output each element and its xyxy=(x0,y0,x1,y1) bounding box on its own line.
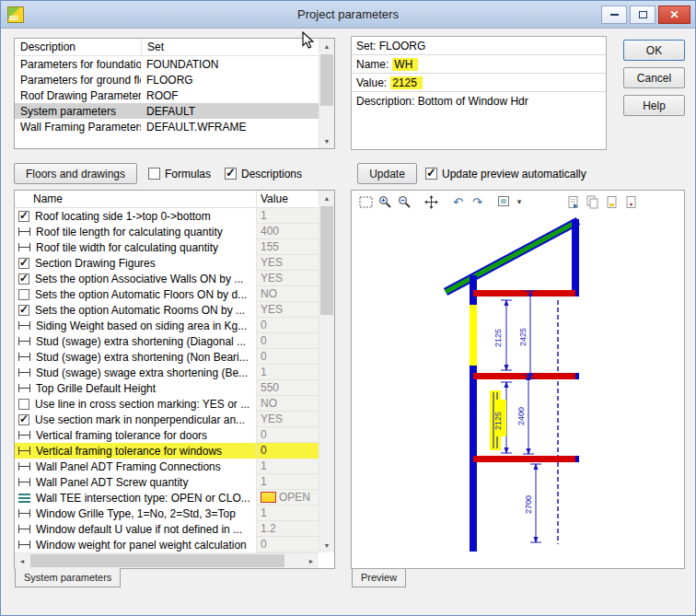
param-value[interactable]: 0 xyxy=(256,427,319,443)
undo-icon[interactable]: ↶ xyxy=(448,192,468,211)
parameter-row[interactable]: Vertical framing tolerance for doors 0 xyxy=(15,427,319,443)
parameter-row[interactable]: Roof tile length for calculating quantit… xyxy=(15,224,319,239)
parameter-row[interactable]: Use line in cross section marking: YES o… xyxy=(15,396,319,412)
scrollbar-thumb[interactable] xyxy=(30,554,284,567)
param-value[interactable]: 1 xyxy=(256,208,319,224)
param-value[interactable]: YES xyxy=(256,302,319,318)
descriptions-checkbox[interactable]: Descriptions xyxy=(225,163,302,184)
parameter-row[interactable]: Window Grille Type, 1=No, 2=Std, 3=Top 1 xyxy=(15,506,319,521)
tab-preview[interactable]: Preview xyxy=(352,568,406,587)
param-value[interactable]: 0 xyxy=(256,333,319,349)
preview-drawing[interactable]: 2125 2425 2125 2400 2700 xyxy=(353,213,683,567)
param-value[interactable]: 0 xyxy=(256,349,319,365)
parameter-row[interactable]: Wall TEE intersection type: OPEN or CLO.… xyxy=(15,490,319,506)
cancel-button[interactable]: Cancel xyxy=(623,67,685,88)
checkbox-box[interactable] xyxy=(148,168,160,180)
parameter-row[interactable]: Section Drawing Figures YES xyxy=(15,255,319,271)
scroll-down-icon[interactable]: ▼ xyxy=(319,134,334,148)
floors-and-drawings-button[interactable]: Floors and drawings xyxy=(14,163,137,184)
scroll-up-icon[interactable]: ▲ xyxy=(319,191,334,205)
ok-button[interactable]: OK xyxy=(623,40,685,61)
parameter-row[interactable]: Use section mark in nonperpendicular an.… xyxy=(15,412,319,427)
set-row[interactable]: System parameters DEFAULT xyxy=(15,103,319,119)
parameter-row[interactable]: Stud (swage) swage extra shortening (Be.… xyxy=(15,365,319,380)
scrollbar-thumb[interactable] xyxy=(320,206,333,315)
parameter-row[interactable]: Wall Panel ADT Framing Connections 1 xyxy=(15,459,319,474)
set-row[interactable]: Wall Framing Parameters DEFAULT.WFRAME xyxy=(15,119,319,134)
redo-icon[interactable]: ↷ xyxy=(468,192,487,211)
close-button[interactable]: ✕ xyxy=(658,6,690,24)
param-value[interactable]: 0 xyxy=(256,318,319,333)
param-type-icon xyxy=(18,431,30,439)
column-header-description[interactable]: Description xyxy=(15,41,141,53)
column-header-name[interactable]: Name xyxy=(15,192,256,205)
dim-label-2400: 2400 xyxy=(516,407,526,425)
parameter-row[interactable]: Sets the option Associative Walls ON by … xyxy=(15,271,319,286)
scroll-left-icon[interactable]: ◄ xyxy=(15,553,29,568)
parameter-row[interactable]: Vertical framing tolerance for windows 0 xyxy=(15,443,319,459)
parameter-row[interactable]: Siding Weight based on siding area in Kg… xyxy=(15,318,319,333)
minimize-button[interactable] xyxy=(601,6,627,24)
update-preview-checkbox[interactable]: Update preview automatically xyxy=(425,163,586,184)
param-value[interactable]: YES xyxy=(256,255,319,271)
param-value[interactable]: 550 xyxy=(256,380,319,396)
copy-picture-icon[interactable] xyxy=(583,192,602,211)
copy-view-icon[interactable] xyxy=(563,192,583,211)
scroll-down-icon[interactable]: ▼ xyxy=(319,538,334,552)
parameter-row[interactable]: Sets the option Automatic Rooms ON by ..… xyxy=(15,302,319,318)
param-value[interactable]: 1 xyxy=(256,365,319,380)
param-type-icon xyxy=(18,368,30,377)
column-header-set[interactable]: Set xyxy=(141,39,319,55)
zoom-in-icon[interactable] xyxy=(376,192,395,211)
dropdown-arrow-icon[interactable]: ▾ xyxy=(514,192,525,211)
titlebar[interactable]: BD Project parameters ✕ xyxy=(1,1,695,29)
detail-name-value[interactable]: WH xyxy=(392,58,418,71)
save-picture-icon[interactable] xyxy=(602,192,621,211)
parameter-row[interactable]: Stud (swage) extra shortening (Diagonal … xyxy=(15,333,319,349)
param-value[interactable]: 1 xyxy=(256,506,319,521)
checkbox-box[interactable] xyxy=(225,168,237,180)
checkbox-box[interactable] xyxy=(425,168,437,180)
scrollbar-thumb[interactable] xyxy=(320,54,333,106)
param-value[interactable]: YES xyxy=(256,412,319,427)
param-value[interactable]: 1 xyxy=(256,459,319,474)
param-value[interactable]: 0 xyxy=(256,443,319,459)
column-header-value[interactable]: Value xyxy=(256,191,319,207)
set-row[interactable]: Parameters for foundation FOUNDATION xyxy=(15,56,319,72)
set-row[interactable]: Roof Drawing Parameters ROOF xyxy=(15,87,319,103)
param-value[interactable]: YES xyxy=(256,271,319,286)
parameter-row[interactable]: Window default U value if not defined in… xyxy=(15,521,319,537)
zoom-out-icon[interactable] xyxy=(395,192,414,211)
set-row[interactable]: Parameters for ground floor FLOORG xyxy=(15,72,319,87)
scroll-up-icon[interactable]: ▲ xyxy=(319,39,334,53)
scroll-right-icon[interactable]: ► xyxy=(304,553,319,568)
formulas-checkbox[interactable]: Formulas xyxy=(148,163,211,184)
maximize-button[interactable] xyxy=(630,6,655,24)
param-value[interactable]: 400 xyxy=(256,224,319,239)
parameter-row[interactable]: Sets the option Automatic Floors ON by d… xyxy=(15,286,319,302)
pan-icon[interactable] xyxy=(422,192,441,211)
parameter-row[interactable]: Window weight for panel weight calculati… xyxy=(15,537,319,552)
view-options-icon[interactable] xyxy=(494,192,514,211)
param-value[interactable]: 0 xyxy=(256,537,319,552)
parameter-row[interactable]: Top Grille Default Height 550 xyxy=(15,380,319,396)
param-value[interactable]: NO xyxy=(256,286,319,302)
update-button[interactable]: Update xyxy=(357,163,417,184)
parameter-row[interactable]: Stud (swage) extra shortening (Non Beari… xyxy=(15,349,319,365)
print-icon[interactable] xyxy=(621,192,641,211)
parameter-row[interactable]: Roof locating side 1->top 0->bottom 1 xyxy=(15,208,319,224)
param-value[interactable]: 155 xyxy=(256,239,319,255)
param-value[interactable]: NO xyxy=(256,396,319,412)
tab-system-parameters[interactable]: System parameters xyxy=(15,568,121,587)
param-value[interactable]: OPEN xyxy=(256,490,319,506)
detail-value-value[interactable]: 2125 xyxy=(390,76,423,89)
parameter-row[interactable]: Wall Panel ADT Screw quantity 1 xyxy=(15,474,319,490)
sets-table-scrollbar[interactable]: ▲ ▼ xyxy=(319,39,334,148)
help-button[interactable]: Help xyxy=(623,95,685,116)
zoom-window-icon[interactable] xyxy=(356,192,376,211)
parameter-row[interactable]: Roof tile width for calculating quantity… xyxy=(15,239,319,255)
params-horizontal-scrollbar[interactable]: ◄ ► xyxy=(15,552,319,568)
params-vertical-scrollbar[interactable]: ▲ ▼ xyxy=(319,191,334,552)
param-value[interactable]: 1.2 xyxy=(256,521,319,537)
param-value[interactable]: 1 xyxy=(256,474,319,490)
